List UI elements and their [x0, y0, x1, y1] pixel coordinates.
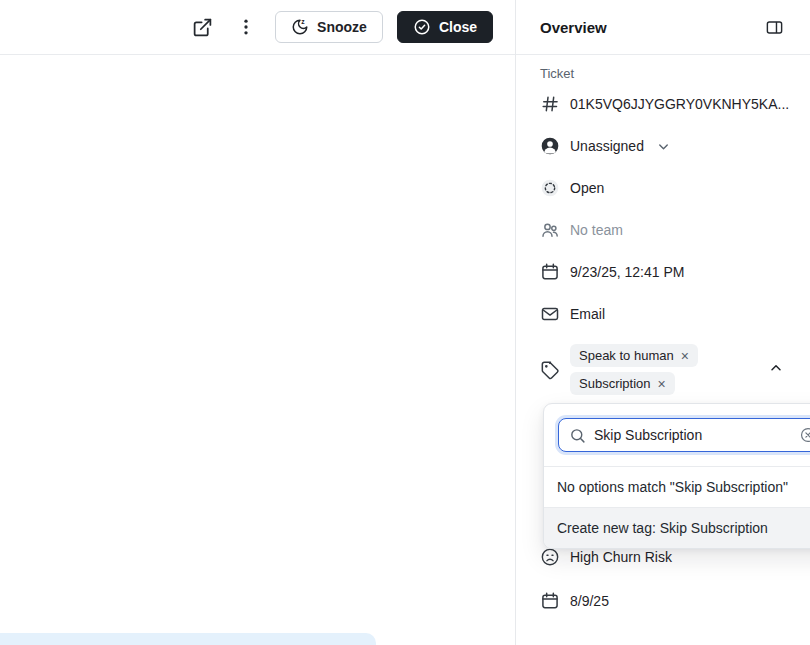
assignee-value: Unassigned: [570, 138, 644, 154]
tag-chip-label: Subscription: [579, 376, 651, 391]
toggle-side-panel-button[interactable]: [762, 15, 786, 39]
kebab-menu-icon: [236, 17, 256, 37]
snooze-button-label: Snooze: [317, 19, 367, 35]
frown-face-icon: [540, 547, 560, 567]
composer-preview-edge: [0, 633, 376, 645]
snooze-button[interactable]: z Snooze: [275, 11, 383, 43]
search-icon: [569, 427, 586, 444]
calendar-icon: [540, 262, 560, 282]
created-at-row: 9/23/25, 12:41 PM: [540, 260, 684, 284]
status-row: Open: [540, 176, 604, 200]
tag-chip-list: Speak to human × Subscription ×: [570, 344, 698, 395]
no-options-message: No options match "Skip Subscription": [544, 467, 810, 507]
open-status-icon: [540, 178, 560, 198]
ticket-id-row: 01K5VQ6JJYGGRY0VKNHY5KA...: [540, 92, 789, 116]
churn-date-row: 8/9/25: [540, 589, 609, 613]
churn-risk-value: High Churn Risk: [570, 549, 672, 565]
close-ticket-button[interactable]: Close: [397, 11, 493, 43]
svg-text:z: z: [301, 18, 305, 25]
tag-chip-label: Speak to human: [579, 348, 674, 363]
churn-date-value: 8/9/25: [570, 593, 609, 609]
chevron-up-icon: [768, 360, 784, 376]
close-button-label: Close: [439, 19, 477, 35]
hash-icon: [540, 94, 560, 114]
tags-collapse-button[interactable]: [764, 356, 788, 380]
external-link-icon: [192, 17, 213, 38]
tags-row: Speak to human × Subscription ×: [540, 344, 698, 395]
overview-panel-header: Overview: [516, 0, 810, 55]
tag-remove-icon[interactable]: ×: [681, 349, 689, 363]
tag-search-dropdown: No options match "Skip Subscription" Cre…: [543, 403, 810, 549]
tag-chip: Subscription ×: [570, 372, 675, 395]
mail-icon: [540, 304, 560, 324]
overview-panel: Overview Ticket 01K5VQ6JJYGGRY0VKNHY5KA.…: [516, 0, 810, 645]
open-in-new-window-button[interactable]: [187, 12, 217, 42]
tag-icon: [540, 360, 560, 380]
check-circle-icon: [413, 18, 431, 36]
team-row: No team: [540, 218, 623, 242]
ticket-toolbar: z Snooze Close: [0, 0, 515, 55]
clear-search-button[interactable]: [799, 426, 810, 444]
ticket-section-label: Ticket: [540, 66, 574, 81]
ticket-id-value: 01K5VQ6JJYGGRY0VKNHY5KA...: [570, 96, 789, 112]
snooze-moon-icon: z: [291, 18, 309, 36]
created-at-value: 9/23/25, 12:41 PM: [570, 264, 684, 280]
more-actions-button[interactable]: [231, 12, 261, 42]
clear-circle-x-icon: [799, 426, 810, 444]
side-panel-icon: [765, 18, 784, 37]
team-users-icon: [540, 220, 560, 240]
tag-search-container: [544, 404, 810, 466]
channel-row: Email: [540, 302, 605, 326]
chevron-down-icon: [656, 139, 671, 154]
panel-title: Overview: [540, 19, 607, 36]
channel-value: Email: [570, 306, 605, 322]
tag-search-input[interactable]: [594, 427, 791, 443]
ticket-main-pane: z Snooze Close: [0, 0, 516, 645]
tag-search-box: [558, 418, 810, 452]
calendar-icon: [540, 591, 560, 611]
tag-remove-icon[interactable]: ×: [658, 377, 666, 391]
tag-chip: Speak to human ×: [570, 344, 698, 367]
assignee-row[interactable]: Unassigned: [540, 134, 671, 158]
assignee-avatar-icon: [540, 136, 560, 156]
status-value: Open: [570, 180, 604, 196]
team-value: No team: [570, 222, 623, 238]
create-new-tag-option[interactable]: Create new tag: Skip Subscription: [544, 508, 810, 548]
